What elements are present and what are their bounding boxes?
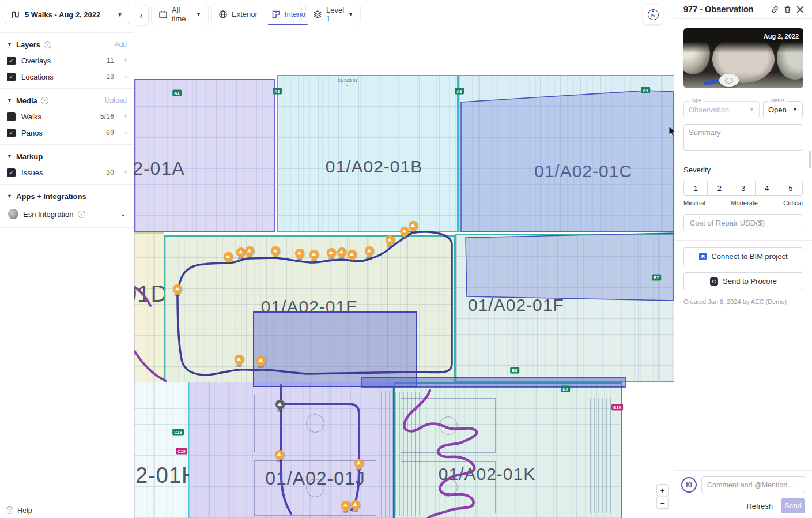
comment-input[interactable] [701, 476, 805, 493]
chevron-right-icon[interactable]: › [120, 129, 127, 137]
location-tag[interactable]: A3 [455, 88, 464, 95]
location-tag[interactable]: C18 [172, 429, 184, 436]
collapse-sidebar-button[interactable]: ‹ [134, 5, 149, 25]
location-tag[interactable]: A1 [172, 90, 182, 96]
collapse-triangle-icon: ▼ [7, 42, 13, 47]
location-tag[interactable]: B9 [561, 386, 570, 392]
issue-pin[interactable] [244, 246, 255, 258]
refresh-button[interactable]: Refresh [746, 502, 773, 511]
walk-marker-pin[interactable] [275, 400, 285, 412]
summary-textarea[interactable] [683, 124, 803, 151]
chevron-right-icon[interactable]: › [120, 73, 127, 81]
severity-2-button[interactable]: 2 [707, 181, 731, 196]
connect-bim-button[interactable]: B Connect to BIM project [683, 247, 803, 265]
issue-pin[interactable] [408, 221, 418, 233]
layers-section-header[interactable]: ▼ Layers ? Add [0, 36, 134, 52]
chevron-left-icon: ‹ [140, 10, 143, 20]
pano-photo-thumbnail[interactable]: Aug 2, 2022 [683, 28, 803, 88]
issue-pin[interactable] [347, 250, 357, 262]
calendar-icon [158, 10, 168, 19]
walk-path-purple-k[interactable] [404, 391, 477, 518]
zoom-out-button[interactable]: − [656, 497, 669, 509]
issue-pin[interactable] [385, 235, 395, 247]
severity-1-button[interactable]: 1 [683, 181, 708, 196]
delete-trash-icon[interactable] [781, 3, 794, 16]
location-tag[interactable]: A4 [641, 87, 650, 93]
selected-region-f[interactable] [466, 233, 674, 301]
selected-region-band[interactable] [362, 377, 625, 387]
severity-4-button[interactable]: 4 [755, 181, 779, 196]
send-button[interactable]: Send [781, 498, 805, 513]
zoom-in-button[interactable]: + [656, 484, 669, 496]
checkbox-checked[interactable]: ✓ [7, 168, 16, 177]
compass-north-button[interactable]: N [643, 5, 663, 24]
checkbox-checked[interactable]: ✓ [7, 73, 16, 81]
copy-link-icon[interactable] [768, 3, 781, 16]
time-filter-label: All time [172, 6, 192, 23]
chevron-down-icon[interactable]: ⌄ [120, 211, 126, 218]
issue-pin[interactable] [354, 459, 364, 471]
user-avatar[interactable]: KI [681, 477, 697, 493]
location-tag[interactable]: B7 [652, 275, 661, 281]
walk-path-purple-d2[interactable] [134, 351, 166, 381]
close-icon[interactable] [794, 3, 806, 16]
severity-5-button[interactable]: 5 [779, 181, 803, 196]
issue-pin[interactable] [294, 249, 305, 261]
panel-scrollbar[interactable] [809, 151, 811, 168]
issue-pin[interactable] [274, 450, 285, 462]
issue-pin[interactable] [326, 248, 337, 260]
sidebar-item-issues[interactable]: ✓ Issues 30 › [0, 164, 134, 181]
issue-pin[interactable] [270, 246, 281, 258]
location-tag[interactable]: B10 [611, 404, 623, 411]
severity-button-group: 1 2 3 4 5 [683, 181, 803, 196]
walk-path-purple-d1[interactable] [134, 287, 150, 306]
issue-pin[interactable] [364, 246, 375, 258]
status-dropdown[interactable]: Status Open ▼ [763, 101, 803, 118]
checkbox-checked[interactable]: ✓ [7, 129, 16, 137]
sidebar-item-panos[interactable]: ✓ Panos 69 › [0, 125, 134, 141]
sidebar-item-locations[interactable]: ✓ Locations 13 › [0, 69, 134, 85]
issue-pin[interactable] [350, 500, 361, 512]
collapse-triangle-icon: ▼ [7, 97, 13, 103]
checkbox-checked[interactable]: ✓ [7, 57, 16, 65]
location-tag[interactable]: C19 [176, 448, 187, 455]
type-dropdown[interactable]: Type Observation ▼ [683, 101, 760, 118]
issue-pin[interactable] [337, 247, 347, 260]
issue-pin[interactable] [256, 356, 266, 368]
comment-footer: KI Refresh Send [674, 470, 812, 518]
layers-add-button[interactable]: Add [115, 40, 127, 48]
chevron-right-icon[interactable]: › [120, 57, 127, 65]
walk-selector-dropdown[interactable]: 5 Walks - Aug 2, 2022 ▼ [5, 5, 129, 24]
help-button[interactable]: ? Help [0, 502, 134, 518]
tab-exterior[interactable]: Exterior [212, 3, 265, 25]
divider [674, 240, 812, 241]
severity-3-button[interactable]: 3 [731, 181, 755, 196]
floorplan-map[interactable]: A02-01A 01/A02-01B 01/A02-01C 01D 01/A02… [134, 0, 674, 518]
issue-pin[interactable] [309, 250, 319, 262]
media-section-header[interactable]: ▼ Media ? Upload [0, 92, 134, 108]
issue-pin[interactable] [172, 284, 183, 296]
issues-count: 30 [106, 168, 114, 177]
markup-section-header[interactable]: ▼ Markup [0, 148, 134, 164]
chevron-right-icon[interactable]: › [120, 168, 127, 177]
selected-region-c[interactable] [461, 91, 674, 231]
location-tag[interactable]: A2 [273, 88, 282, 95]
apps-section-header[interactable]: ▼ Apps + Integrations [0, 188, 134, 204]
sidebar-item-overlays[interactable]: ✓ Overlays 11 › [0, 52, 134, 69]
sidebar-item-esri-integration[interactable]: Esri Integration i ⌄ [0, 204, 134, 224]
time-filter-dropdown[interactable]: All time ▼ [152, 3, 208, 25]
sidebar-item-walks[interactable]: − Walks 5/16 › [0, 108, 134, 125]
send-to-procore-button[interactable]: C Send to Procore [683, 272, 803, 290]
media-upload-button[interactable]: Upload [105, 96, 127, 104]
issue-pin[interactable] [341, 501, 351, 513]
left-sidebar: 5 Walks - Aug 2, 2022 ▼ ▼ Layers ? Add ✓… [0, 0, 134, 518]
cost-of-repair-input[interactable] [683, 214, 803, 231]
walk-path-purple-j2[interactable] [281, 404, 359, 510]
location-tag[interactable]: B8 [510, 367, 519, 374]
level-dropdown[interactable]: Level 1 ▼ [306, 3, 360, 25]
selected-region-rect[interactable] [254, 312, 416, 386]
chevron-right-icon[interactable]: › [120, 112, 127, 121]
issue-pin[interactable] [223, 252, 233, 264]
checkbox-indeterminate[interactable]: − [7, 112, 16, 121]
issue-pin[interactable] [234, 355, 244, 367]
